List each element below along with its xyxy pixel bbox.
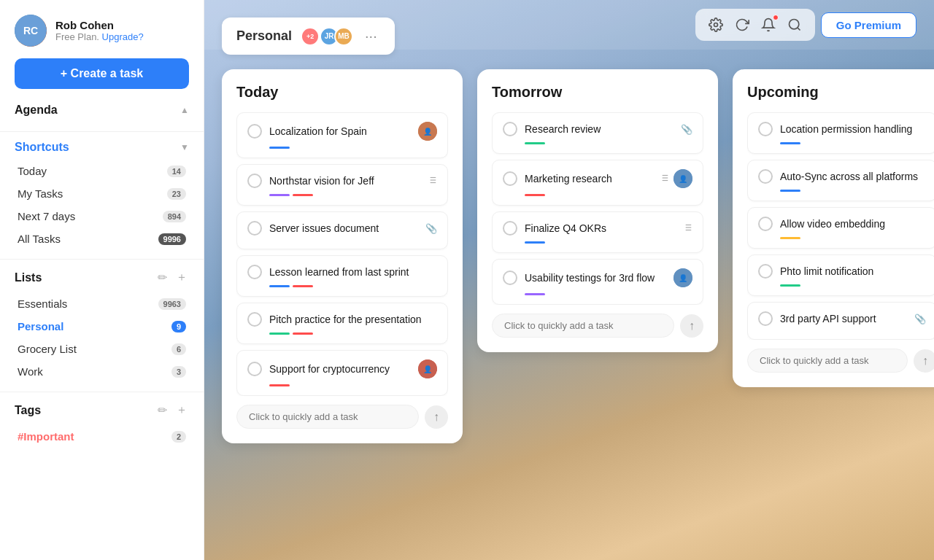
svg-point-3: [714, 23, 717, 27]
list-badge: 9: [171, 321, 186, 332]
shortcuts-header[interactable]: Shortcuts ▼: [15, 141, 189, 154]
list-item-label: Essentials: [18, 298, 67, 310]
task-right-icons: 👤: [418, 122, 437, 141]
go-premium-button[interactable]: Go Premium: [821, 12, 916, 38]
task-top-row: Lesson learned from last sprint: [247, 265, 437, 279]
agenda-header[interactable]: Agenda ▲: [15, 104, 189, 117]
task-left: Pitch practice for the presentation: [247, 312, 422, 327]
add-task-submit-button[interactable]: ↑: [680, 314, 703, 338]
add-task-input[interactable]: [492, 314, 674, 338]
task-subtask-icon: [659, 173, 669, 185]
task-item[interactable]: Allow video embedding: [747, 207, 934, 249]
sidebar-shortcut-item[interactable]: Today 14: [15, 160, 189, 182]
notification-button[interactable]: [757, 13, 780, 36]
task-item[interactable]: Marketing research👤: [492, 160, 703, 206]
column-title: Tomorrow: [492, 84, 703, 101]
sidebar-tag-item[interactable]: #Important 2: [15, 425, 189, 448]
task-item[interactable]: Location permission handling: [747, 112, 934, 154]
task-complete-circle[interactable]: [247, 265, 262, 279]
search-button[interactable]: [783, 13, 806, 36]
list-item-label: Personal: [18, 320, 63, 332]
task-left: Marketing research: [503, 171, 612, 186]
lists-edit-button[interactable]: ✏: [156, 268, 169, 287]
sidebar-list-item[interactable]: Essentials 9963: [15, 292, 189, 315]
task-complete-circle[interactable]: [503, 122, 517, 136]
task-bar-row: [525, 240, 692, 244]
task-item[interactable]: Research review📎: [492, 112, 703, 154]
task-item[interactable]: Northstar vision for Jeff: [236, 164, 448, 206]
lists-header[interactable]: Lists ✏ ＋: [15, 268, 189, 287]
task-complete-circle[interactable]: [247, 312, 262, 327]
task-item[interactable]: Server issues document📎: [236, 211, 448, 249]
column-today: TodayLocalization for Spain👤Northstar vi…: [222, 69, 463, 443]
sidebar-list-item[interactable]: Grocery List 6: [15, 338, 189, 360]
task-top-row: Auto-Sync across all platforms: [758, 169, 926, 184]
column-tomorrow: TomorrowResearch review📎Marketing resear…: [477, 69, 718, 352]
task-complete-circle[interactable]: [503, 221, 517, 236]
task-item[interactable]: Auto-Sync across all platforms: [747, 160, 934, 201]
svg-text:👤: 👤: [423, 127, 433, 136]
add-task-submit-button[interactable]: ↑: [914, 349, 934, 373]
tags-edit-button[interactable]: ✏: [156, 401, 169, 419]
task-right-icons: [682, 222, 692, 235]
add-task-input[interactable]: [236, 405, 419, 429]
sidebar-shortcut-item[interactable]: My Tasks 23: [15, 182, 189, 205]
task-title: Auto-Sync across all platforms: [780, 171, 918, 182]
task-item[interactable]: Pitch practice for the presentation: [236, 303, 448, 344]
task-item[interactable]: Finalize Q4 OKRs: [492, 211, 703, 253]
task-complete-circle[interactable]: [247, 174, 262, 188]
task-item[interactable]: Lesson learned from last sprint: [236, 255, 448, 297]
task-title: Support for cryptocurrency: [269, 363, 390, 375]
task-title: Allow video embedding: [780, 218, 885, 230]
task-complete-circle[interactable]: [503, 171, 517, 186]
task-item[interactable]: 3rd party API support📎: [747, 302, 934, 340]
add-task-row: ↑: [492, 314, 703, 338]
shortcuts-list: Today 14 My Tasks 23 Next 7 days 894 All…: [15, 160, 189, 250]
task-complete-circle[interactable]: [247, 362, 262, 376]
task-item[interactable]: Localization for Spain👤: [236, 112, 448, 158]
task-complete-circle[interactable]: [758, 122, 773, 136]
attachment-icon: 📎: [914, 314, 926, 324]
task-avatar: 👤: [674, 169, 692, 188]
task-item[interactable]: Support for cryptocurrency👤: [236, 350, 448, 396]
create-task-button[interactable]: + Create a task: [15, 58, 189, 89]
top-bar-icons: [695, 9, 815, 41]
task-priority-bar: [525, 142, 545, 144]
task-right-icons: 📎: [425, 223, 437, 234]
task-complete-circle[interactable]: [758, 311, 773, 326]
sidebar-shortcut-item[interactable]: All Tasks 9996: [15, 228, 189, 250]
refresh-button[interactable]: [730, 13, 754, 36]
task-top-row: Marketing research👤: [503, 169, 692, 188]
settings-button[interactable]: [704, 13, 727, 36]
task-complete-circle[interactable]: [247, 221, 262, 236]
add-task-input[interactable]: [747, 349, 908, 373]
task-complete-circle[interactable]: [503, 271, 517, 285]
nav-badge: 14: [167, 166, 186, 177]
task-complete-circle[interactable]: [758, 169, 773, 184]
sidebar-list-item[interactable]: Work 3: [15, 360, 189, 383]
tags-add-button[interactable]: ＋: [174, 401, 189, 419]
tags-header[interactable]: Tags ✏ ＋: [15, 401, 189, 419]
task-complete-circle[interactable]: [247, 124, 262, 139]
nav-badge: 9996: [158, 233, 186, 245]
task-left: Phto limit notification: [758, 264, 873, 279]
task-item[interactable]: Usability testings for 3rd flow👤: [492, 259, 703, 305]
add-task-submit-button[interactable]: ↑: [425, 405, 448, 429]
task-bar-row: [269, 192, 437, 196]
task-complete-circle[interactable]: [758, 217, 773, 231]
sidebar-shortcut-item[interactable]: Next 7 days 894: [15, 205, 189, 228]
task-right-icons: 📎: [681, 124, 692, 135]
sidebar-list-item[interactable]: Personal 9: [15, 315, 189, 338]
agenda-section: Agenda ▲: [0, 104, 204, 122]
task-priority-bar: [293, 285, 313, 287]
task-bar-row: [269, 331, 437, 335]
upgrade-link[interactable]: Upgrade?: [102, 31, 144, 42]
profile-name: Rob Cohen: [55, 19, 144, 31]
task-priority-bar: [780, 142, 800, 144]
task-right-icons: 👤: [659, 169, 692, 188]
lists-add-button[interactable]: ＋: [174, 268, 189, 287]
task-item[interactable]: Phto limit notification: [747, 254, 934, 296]
task-complete-circle[interactable]: [758, 264, 773, 279]
tag-label: #Important: [18, 430, 74, 443]
nav-item-left: My Tasks: [18, 187, 63, 200]
